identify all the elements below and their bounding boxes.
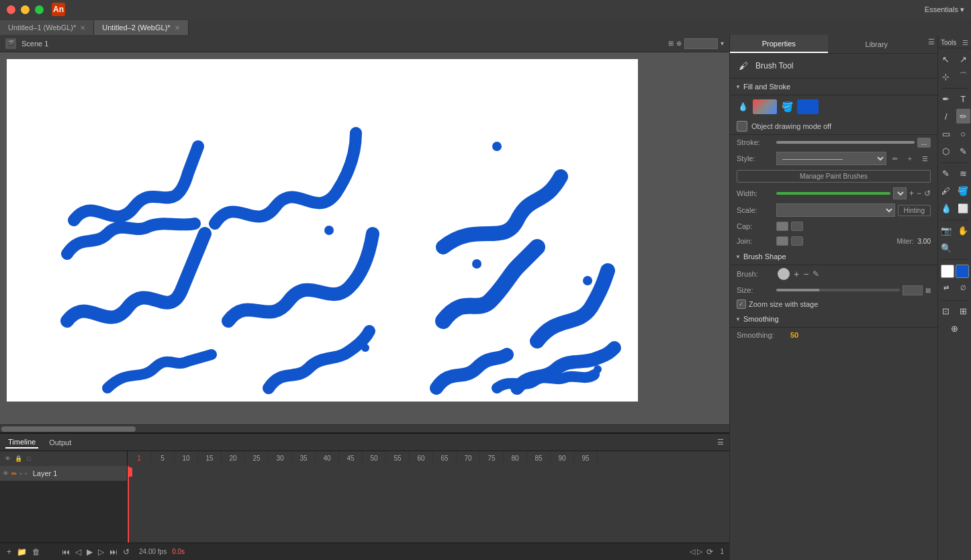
- layer-row[interactable]: 👁 ✏ • • Layer 1: [0, 466, 127, 481]
- right-panels: Properties Library ☰ 🖌 Brush Tool ▼ Fill…: [729, 35, 937, 560]
- object-drawing-checkbox[interactable]: [737, 121, 747, 132]
- brush-edit-btn[interactable]: ✎: [813, 269, 819, 279]
- loop-btn[interactable]: ↺: [122, 546, 131, 558]
- frame-content[interactable]: [128, 466, 729, 543]
- width-minus-btn[interactable]: −: [917, 189, 921, 198]
- cap-butt-btn[interactable]: [776, 222, 788, 231]
- style-dropdown[interactable]: —————————: [776, 152, 886, 165]
- smoothing-section-header[interactable]: ▼ Smoothing: [730, 311, 937, 328]
- snap-btn[interactable]: ⊕: [947, 321, 962, 336]
- style-menu-btn[interactable]: ☰: [919, 152, 931, 165]
- text-tool-btn[interactable]: T: [956, 91, 971, 106]
- join-miter-btn[interactable]: [776, 236, 788, 246]
- layer-edit-icon[interactable]: ✏: [11, 470, 17, 477]
- resize-btn-1[interactable]: ⊡: [939, 304, 954, 318]
- fill-color-swatch[interactable]: [941, 265, 954, 278]
- rect-tool-btn[interactable]: ▭: [939, 126, 954, 141]
- ink-bottle-btn[interactable]: 🖋: [939, 183, 954, 198]
- width-plus-btn[interactable]: +: [909, 189, 914, 198]
- playback-end-btn[interactable]: ⏭: [108, 546, 119, 558]
- essentials-button[interactable]: Essentials ▾: [925, 5, 964, 14]
- resize-btn-2[interactable]: ⊞: [956, 304, 971, 318]
- step-forward-btn[interactable]: ▷: [97, 546, 105, 558]
- zoom-tool-btn[interactable]: 🔍: [939, 240, 954, 255]
- size-value-input[interactable]: 12: [903, 285, 923, 295]
- add-folder-btn[interactable]: 📁: [15, 546, 28, 558]
- tab-close-untitled2[interactable]: ✕: [175, 24, 180, 32]
- eyedropper-btn[interactable]: 💧: [737, 101, 749, 113]
- line-tool-btn[interactable]: /: [939, 109, 954, 124]
- gradient-swatch[interactable]: [753, 99, 777, 114]
- tab-output[interactable]: Output: [46, 437, 74, 448]
- select-tool-btn[interactable]: ↖: [939, 52, 954, 66]
- eyedropper-tool-btn[interactable]: 💧: [939, 201, 954, 216]
- playback-start-btn[interactable]: ⏮: [60, 546, 71, 558]
- size-lock-btn[interactable]: ⊠: [925, 287, 931, 294]
- stroke-value-btn[interactable]: ...: [917, 138, 931, 148]
- pencil-tool-btn[interactable]: ✎: [956, 144, 971, 158]
- size-slider[interactable]: [776, 289, 900, 291]
- panel-menu-icon[interactable]: ☰: [925, 35, 937, 53]
- stroke-color-tool-swatch[interactable]: [956, 265, 969, 278]
- pen-tool-btn[interactable]: ✒: [939, 91, 954, 106]
- zoom-arrow[interactable]: ▾: [721, 40, 724, 47]
- stroke-slider[interactable]: [776, 141, 915, 144]
- tools-menu-icon[interactable]: ☰: [962, 39, 968, 46]
- canvas-wrapper[interactable]: [0, 52, 729, 424]
- style-edit-btn[interactable]: ✏: [889, 152, 901, 165]
- width-dropdown[interactable]: ▾: [893, 187, 907, 199]
- maximize-button[interactable]: [35, 5, 44, 14]
- oval-tool-btn[interactable]: ○: [956, 126, 971, 141]
- layer-visibility-icon[interactable]: 👁: [3, 470, 9, 477]
- zoom-input[interactable]: 200%: [684, 38, 718, 49]
- swap-colors-btn[interactable]: ⇄: [939, 280, 954, 295]
- timeline-menu-icon[interactable]: ☰: [717, 438, 724, 447]
- tab-close-untitled1[interactable]: ✕: [80, 24, 85, 32]
- scrollbar-thumb[interactable]: [1, 426, 136, 432]
- brush-circle-icon[interactable]: [778, 268, 790, 280]
- playhead[interactable]: [128, 466, 129, 543]
- brush-tool-label: Brush Tool: [755, 61, 793, 71]
- fill-stroke-section-header[interactable]: ▼ Fill and Stroke: [730, 79, 937, 95]
- brush-remove-btn[interactable]: −: [803, 269, 808, 279]
- anchor-tool-btn[interactable]: ✎: [939, 166, 954, 181]
- free-transform-btn[interactable]: ⊹: [939, 69, 954, 84]
- step-back-btn[interactable]: ◁: [74, 546, 83, 558]
- play-btn[interactable]: ▶: [85, 546, 94, 558]
- close-button[interactable]: [7, 5, 15, 14]
- width-slider[interactable]: [776, 192, 890, 195]
- camera-tool-btn[interactable]: 📷: [939, 223, 954, 238]
- scale-dropdown[interactable]: [776, 203, 895, 217]
- smooth-tool-btn[interactable]: ≋: [956, 166, 971, 181]
- prop-tab-library[interactable]: Library: [828, 35, 926, 53]
- eraser-tool-btn[interactable]: ⬜: [956, 201, 971, 216]
- smoothing-label: Smoothing:: [737, 331, 790, 339]
- tab-untitled1[interactable]: Untitled–1 (WebGL)* ✕: [0, 20, 94, 35]
- tab-timeline[interactable]: Timeline: [5, 436, 38, 449]
- style-add-btn[interactable]: +: [904, 152, 916, 165]
- brush-shape-section-header[interactable]: ▼ Brush Shape: [730, 248, 937, 265]
- cap-round-btn[interactable]: [791, 222, 803, 231]
- lasso-btn[interactable]: ⌒: [956, 69, 971, 84]
- zoom-checkbox[interactable]: ✓: [737, 299, 746, 309]
- tab-untitled2[interactable]: Untitled–2 (WebGL)* ✕: [94, 20, 188, 35]
- brush-tool-btn[interactable]: ✏: [956, 109, 971, 124]
- stroke-color-swatch[interactable]: [797, 99, 819, 114]
- paint-bucket-btn[interactable]: 🪣: [956, 183, 971, 198]
- minimize-button[interactable]: [21, 5, 30, 14]
- delete-layer-btn[interactable]: 🗑: [31, 546, 42, 558]
- sync-btn[interactable]: ⟳: [705, 546, 714, 558]
- hand-tool-btn[interactable]: ✋: [956, 223, 971, 238]
- brush-add-btn[interactable]: +: [794, 269, 799, 279]
- hinting-btn[interactable]: Hinting: [898, 205, 931, 216]
- poly-tool-btn[interactable]: ⬡: [939, 144, 954, 158]
- width-reset-btn[interactable]: ↺: [924, 189, 931, 198]
- subselect-tool-btn[interactable]: ↗: [956, 52, 971, 66]
- horizontal-scrollbar[interactable]: [0, 424, 729, 432]
- none-btn[interactable]: ∅: [956, 280, 971, 295]
- add-layer-btn[interactable]: +: [5, 546, 13, 558]
- manage-paint-brushes-btn[interactable]: Manage Paint Brushes: [737, 170, 931, 183]
- fill-btn[interactable]: 🪣: [781, 101, 793, 113]
- prop-tab-properties[interactable]: Properties: [730, 35, 828, 53]
- join-round-btn[interactable]: [791, 236, 803, 246]
